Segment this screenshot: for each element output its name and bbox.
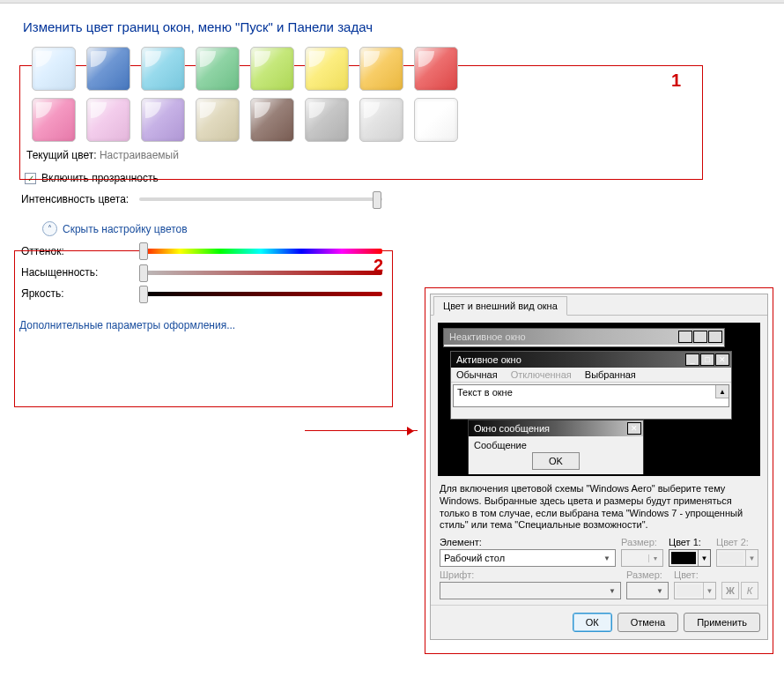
close-icon: ✕	[708, 331, 722, 343]
annotation-arrow	[305, 430, 418, 431]
window-preview: Неактивное окно _ □ ✕ Активное окно _ □ …	[438, 323, 760, 476]
intensity-slider-row: Интенсивность цвета:	[21, 193, 382, 205]
color-swatch[interactable]	[86, 98, 130, 142]
appearance-dialog: Цвет и внешний вид окна Неактивное окно …	[430, 294, 768, 640]
close-icon: ✕	[627, 422, 641, 435]
color1-swatch	[671, 552, 696, 564]
chevron-down-icon: ▼	[745, 550, 758, 566]
message-box-title: Окно сообщения	[474, 423, 550, 434]
font-size-combo: ▼	[626, 582, 669, 599]
color-swatch-grid	[32, 47, 784, 142]
color2-swatch	[719, 552, 743, 564]
page-title: Изменить цвет границ окон, меню "Пуск" и…	[23, 19, 784, 34]
font-size-label: Размер:	[626, 569, 669, 580]
color-swatch[interactable]	[250, 98, 294, 142]
cancel-button[interactable]: Отмена	[618, 613, 678, 632]
current-color-label: Текущий цвет:	[26, 149, 97, 161]
chevron-down-icon: ▼	[606, 587, 618, 595]
color-swatch[interactable]	[32, 98, 76, 142]
dialog-tab-strip: Цвет и внешний вид окна	[431, 294, 767, 316]
maximize-icon: □	[693, 331, 707, 343]
close-icon: ✕	[715, 353, 729, 366]
chevron-down-icon: ▼	[601, 554, 613, 562]
scroll-up-icon: ▲	[715, 385, 729, 398]
color-swatch[interactable]	[32, 47, 76, 91]
saturation-label: Насыщенность:	[21, 266, 132, 279]
slider-thumb-icon[interactable]	[139, 242, 148, 260]
transparency-checkbox-row[interactable]: ✓ Включить прозрачность	[25, 172, 784, 184]
slider-thumb-icon[interactable]	[139, 286, 148, 303]
preview-menu-bar: Обычная Отключенная Выбранная	[451, 368, 731, 383]
element-label: Элемент:	[440, 537, 616, 547]
active-window-title: Активное окно	[456, 354, 521, 365]
dialog-button-bar: ОК Отмена Применить	[431, 605, 767, 639]
saturation-slider-row: Насыщенность:	[21, 266, 382, 279]
current-color-row: Текущий цвет: Настраиваемый	[26, 149, 784, 161]
annotation-number-1: 1	[671, 71, 681, 91]
preview-active-window: Активное окно _ □ ✕ Обычная Отключенная …	[450, 351, 732, 420]
color2-combo: ▼	[716, 549, 758, 567]
size-spinner: ▾	[621, 549, 663, 567]
font-color-label: Цвет:	[674, 569, 716, 580]
color-swatch[interactable]	[141, 47, 185, 91]
minimize-icon: _	[678, 331, 692, 343]
color-swatch[interactable]	[359, 98, 403, 142]
italic-button: К	[741, 582, 758, 599]
color-swatch[interactable]	[305, 47, 349, 91]
intensity-label: Интенсивность цвета:	[21, 193, 132, 205]
preview-text-area: Текст в окне ▲	[453, 384, 729, 407]
apply-button[interactable]: Применить	[684, 613, 760, 632]
chevron-down-icon: ▼	[703, 583, 715, 599]
menu-item-selected: Выбранная	[585, 369, 636, 380]
inactive-window-title: Неактивное окно	[449, 331, 526, 342]
dialog-note-text: Для включения цветовой схемы "Windows Ae…	[440, 483, 758, 532]
transparency-label: Включить прозрачность	[41, 172, 159, 184]
hue-slider[interactable]	[139, 249, 382, 254]
menu-item-normal: Обычная	[456, 369, 498, 380]
checkmark-icon[interactable]: ✓	[25, 173, 36, 184]
toggle-label: Скрыть настройку цветов	[63, 223, 188, 235]
preview-message-box: Окно сообщения ✕ Сообщение OK	[468, 420, 644, 476]
chevron-down-icon: ▼	[654, 587, 666, 595]
brightness-label: Яркость:	[21, 287, 132, 300]
message-box-text: Сообщение	[474, 440, 638, 450]
color-swatch[interactable]	[86, 47, 130, 91]
color-swatch[interactable]	[359, 47, 403, 91]
text-in-window: Текст в окне	[457, 387, 513, 398]
color-swatch[interactable]	[414, 98, 458, 142]
color-swatch[interactable]	[305, 98, 349, 142]
color-swatch[interactable]	[414, 47, 458, 91]
size-label: Размер:	[621, 537, 663, 547]
hue-slider-row: Оттенок:	[21, 245, 382, 257]
brightness-slider[interactable]	[139, 292, 382, 296]
message-ok-button: OK	[532, 452, 580, 470]
toggle-color-settings[interactable]: ˄ Скрыть настройку цветов	[42, 221, 382, 236]
brightness-slider-row: Яркость:	[21, 287, 382, 300]
saturation-slider[interactable]	[139, 271, 382, 275]
color-swatch[interactable]	[141, 98, 185, 142]
element-combo[interactable]: Рабочий стол ▼	[440, 549, 616, 567]
tab-color-appearance[interactable]: Цвет и внешний вид окна	[433, 296, 567, 316]
chevron-down-icon: ▼	[698, 550, 710, 566]
minimize-icon: _	[685, 353, 699, 366]
menu-item-disabled: Отключенная	[511, 369, 572, 380]
slider-thumb-icon[interactable]	[373, 191, 381, 209]
font-color-combo: ▼	[674, 582, 716, 599]
font-color-swatch	[677, 584, 701, 597]
intensity-slider[interactable]	[139, 197, 382, 201]
preview-inactive-window: Неактивное окно _ □ ✕	[443, 328, 725, 347]
color1-label: Цвет 1:	[669, 537, 711, 547]
color-swatch[interactable]	[196, 98, 240, 142]
font-combo: ▼	[440, 582, 621, 599]
hue-label: Оттенок:	[21, 245, 132, 257]
maximize-icon: □	[700, 353, 714, 366]
font-label: Шрифт:	[440, 569, 621, 580]
slider-thumb-icon[interactable]	[139, 264, 148, 282]
ok-button[interactable]: ОК	[573, 613, 612, 632]
dialog-form: Элемент: Рабочий стол ▼ Размер: ▾ Цвет 1…	[440, 537, 758, 599]
color1-combo[interactable]: ▼	[669, 549, 711, 567]
chevron-up-icon: ˄	[42, 221, 57, 236]
color-swatch[interactable]	[196, 47, 240, 91]
color-swatch[interactable]	[250, 47, 294, 91]
size-input	[622, 553, 648, 563]
